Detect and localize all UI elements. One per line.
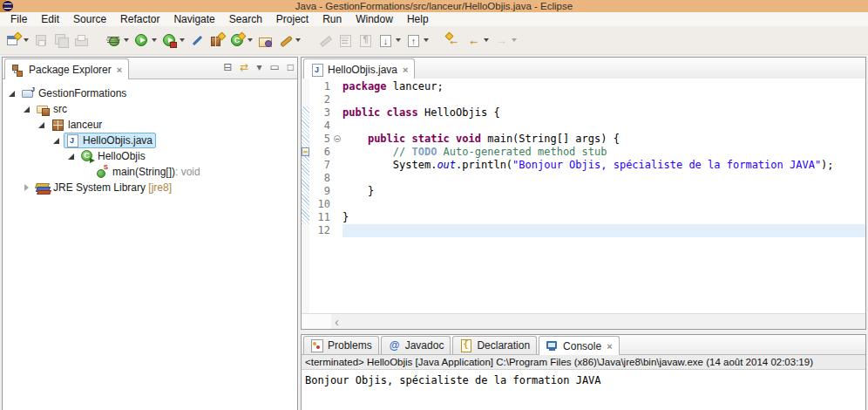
line-number[interactable]: 2	[309, 93, 333, 106]
line-number[interactable]: 7	[309, 159, 333, 172]
tab-declaration[interactable]: {Declaration	[452, 336, 537, 354]
menu-help[interactable]: Help	[400, 12, 436, 26]
previous-annotation-button[interactable]: ↑	[404, 28, 431, 52]
code-text[interactable]: package lanceur;	[342, 80, 865, 93]
menu-source[interactable]: Source	[66, 12, 113, 26]
new-wizard-button[interactable]	[4, 28, 31, 52]
tab-problems[interactable]: Problems	[303, 336, 379, 354]
annotation-ruler[interactable]	[302, 79, 309, 314]
tree-item-helloobjis-java[interactable]: JHelloObjis.java	[3, 133, 297, 148]
tab-label: Problems	[328, 339, 372, 352]
code-text[interactable]	[342, 93, 865, 106]
expander-open-icon[interactable]	[37, 120, 46, 129]
new-java-package-icon	[210, 33, 225, 48]
external-tools-button[interactable]	[160, 28, 186, 52]
line-number[interactable]: 8	[309, 172, 333, 185]
javadoc-icon: @	[388, 338, 402, 352]
last-edit-location-button[interactable]: ←	[444, 28, 463, 52]
tab-console[interactable]: Console×	[539, 336, 619, 355]
code-text[interactable]: // TODO Auto-generated method stub	[342, 146, 865, 159]
close-icon[interactable]: ×	[607, 341, 612, 352]
tree-item-content: JRE System Library [jre8]	[34, 180, 175, 195]
menu-edit[interactable]: Edit	[34, 12, 66, 26]
line-number[interactable]: 3	[309, 106, 333, 120]
code-text[interactable]	[342, 224, 865, 237]
tree-item-src[interactable]: src	[3, 101, 297, 117]
line-number[interactable]: 6	[309, 146, 333, 159]
new-java-class-button[interactable]: C	[228, 28, 254, 52]
minimize-button[interactable]: ▭	[269, 58, 279, 78]
print-icon	[74, 33, 89, 48]
close-icon[interactable]: ×	[117, 65, 122, 75]
window-titlebar[interactable]: Java - GestionFormations/src/lanceur/Hel…	[0, 0, 868, 12]
line-number[interactable]: 1	[309, 80, 333, 93]
mark-occurrences-button	[336, 28, 355, 52]
back-icon: ←	[466, 33, 481, 48]
declaration-icon: {	[459, 338, 473, 352]
menu-bar: FileEditSourceRefactorNavigateSearchProj…	[0, 12, 868, 26]
tree-item-helloobjis[interactable]: CHelloObjis	[3, 148, 297, 164]
tree-item-label: src	[53, 103, 67, 115]
line-number[interactable]: 4	[309, 120, 333, 133]
expander-open-icon[interactable]	[23, 105, 31, 113]
main-toolbar: C↓↑←←→	[0, 26, 868, 55]
menu-project[interactable]: Project	[269, 12, 315, 26]
code-text[interactable]	[342, 120, 865, 133]
word-completion-icon	[318, 33, 333, 48]
fold-collapse-icon[interactable]	[334, 135, 341, 142]
search-button[interactable]	[276, 28, 302, 52]
menu-file[interactable]: File	[3, 12, 34, 26]
expander-closed-icon[interactable]	[23, 183, 31, 192]
link-with-editor-button[interactable]: ⇄	[240, 58, 248, 78]
line-number[interactable]: 10	[309, 198, 333, 211]
back-button[interactable]: ←	[465, 28, 491, 52]
menu-run[interactable]: Run	[315, 12, 349, 26]
open-task-button[interactable]	[188, 28, 207, 52]
code-text[interactable]: }	[342, 211, 865, 224]
tab-javadoc[interactable]: @Javadoc	[381, 336, 451, 354]
tree-item-gestionformations[interactable]: JGestionFormations	[3, 85, 297, 101]
tree-item-jre-system-library[interactable]: JRE System Library [jre8]	[3, 180, 297, 195]
menu-navigate[interactable]: Navigate	[166, 12, 221, 26]
tab-label: Declaration	[477, 339, 530, 352]
menu-search[interactable]: Search	[222, 12, 269, 26]
tree-item-lanceur[interactable]: lanceur	[3, 117, 297, 133]
code-text[interactable]: }	[342, 185, 865, 198]
horizontal-scrollbar[interactable]: ‹	[302, 313, 865, 329]
new-java-package-button[interactable]	[208, 28, 227, 52]
code-text[interactable]	[342, 198, 865, 211]
code-text[interactable]: public class HelloObjis {	[342, 106, 865, 120]
scroll-left-icon[interactable]: ‹	[335, 315, 339, 328]
code-text[interactable]	[342, 172, 865, 185]
tree-item-main-string-[interactable]: Smain(String[]) : void	[3, 164, 297, 180]
run-button[interactable]	[132, 28, 159, 52]
next-annotation-button[interactable]: ↓	[376, 28, 403, 52]
new-java-class-icon: C	[230, 33, 245, 48]
expander-open-icon[interactable]	[67, 152, 76, 161]
scrollbar-gutter-spacer	[302, 314, 331, 329]
menu-window[interactable]: Window	[349, 12, 400, 26]
tab-helloobjis-java[interactable]: J HelloObjis.java ×	[303, 58, 415, 79]
expander-open-icon[interactable]	[52, 136, 61, 145]
close-icon[interactable]: ×	[403, 65, 408, 75]
line-number[interactable]: 9	[309, 185, 333, 198]
todo-task-marker-icon[interactable]	[302, 147, 309, 156]
menu-refactor[interactable]: Refactor	[113, 12, 166, 26]
maximize-button[interactable]: □	[288, 58, 294, 78]
debug-icon	[106, 33, 121, 48]
line-number[interactable]: 5	[309, 133, 333, 146]
forward-icon: →	[494, 33, 509, 48]
code-editor[interactable]: 1package lanceur;23public class HelloObj…	[302, 79, 865, 329]
line-number[interactable]: 12	[309, 224, 333, 237]
tree-item-label: HelloObjis.java	[83, 134, 153, 147]
line-number[interactable]: 11	[309, 211, 333, 224]
tab-package-explorer[interactable]: Package Explorer ×	[4, 58, 129, 79]
debug-button[interactable]	[105, 28, 131, 52]
tree-item-content: lanceur	[49, 117, 105, 133]
expander-open-icon[interactable]	[8, 89, 17, 98]
view-menu-button[interactable]: ▾	[256, 58, 261, 78]
open-type-button[interactable]	[256, 28, 275, 52]
code-text[interactable]: System.out.println("Bonjour Objis, spéci…	[342, 159, 865, 172]
collapse-all-button[interactable]: ⊟	[223, 58, 232, 78]
code-text[interactable]: public static void main(String[] args) {	[342, 133, 865, 146]
